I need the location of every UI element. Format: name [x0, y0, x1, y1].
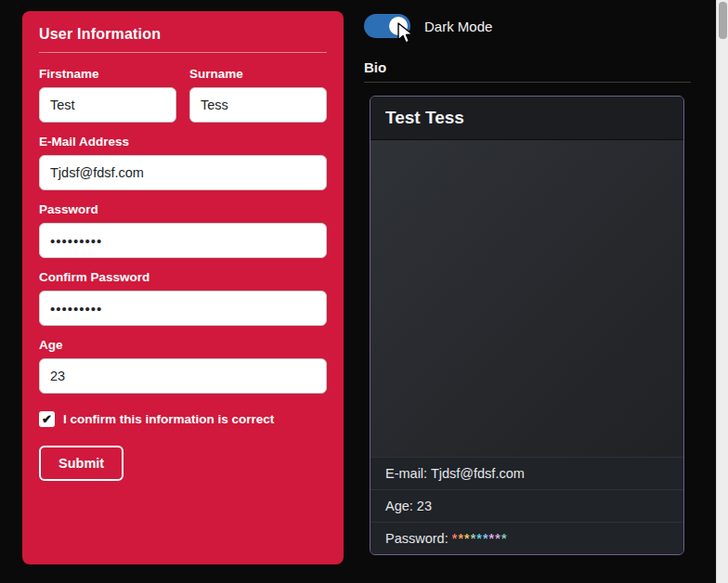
title-divider [39, 52, 327, 53]
email-label: E-Mail Address [39, 135, 327, 149]
email-input[interactable] [39, 155, 327, 190]
firstname-input[interactable] [39, 87, 176, 123]
bio-heading: Bio [364, 59, 386, 75]
confirm-checkbox-label: I confirm this information is correct [63, 412, 274, 426]
dark-mode-row: Dark Mode [364, 14, 492, 38]
bio-password-masked: ********* [452, 531, 508, 546]
password-input[interactable] [39, 223, 327, 258]
age-input[interactable] [39, 358, 327, 394]
confirm-password-label: Confirm Password [39, 270, 327, 284]
surname-input[interactable] [189, 87, 327, 123]
bio-password-prefix: Password: [385, 531, 452, 546]
password-label: Password [39, 202, 327, 216]
age-label: Age [39, 338, 327, 352]
bio-card: Test Tess E-mail: Tjdsf@fdsf.com Age: 23… [370, 96, 684, 555]
right-column: Dark Mode Bio Test Tess E-mail: Tjdsf@fd… [364, 0, 691, 583]
check-icon: ✔ [42, 412, 52, 426]
bio-divider [364, 82, 691, 83]
firstname-group: Firstname [39, 55, 176, 123]
bio-card-title: Test Tess [370, 97, 683, 140]
user-information-card: User Information Firstname Surname E-Mai… [22, 11, 344, 564]
bio-email-line: E-mail: Tjdsf@fdsf.com [370, 457, 683, 489]
dark-mode-label: Dark Mode [424, 19, 492, 34]
submit-button[interactable]: Submit [39, 446, 124, 481]
scrollbar-thumb[interactable] [719, 2, 727, 39]
confirm-row: ✔ I confirm this information is correct [39, 411, 327, 427]
bio-card-body [370, 140, 683, 457]
dark-mode-toggle[interactable] [364, 14, 410, 38]
bio-age-line: Age: 23 [370, 489, 683, 522]
confirm-password-input[interactable] [39, 291, 327, 326]
firstname-label: Firstname [39, 67, 176, 81]
surname-label: Surname [189, 67, 327, 81]
toggle-knob-icon [389, 17, 408, 35]
confirm-checkbox[interactable]: ✔ [39, 411, 55, 427]
surname-group: Surname [189, 55, 327, 123]
bio-password-line: Password: ********* [370, 522, 683, 554]
form-title: User Information [39, 26, 327, 43]
scrollbar-track[interactable] [716, 0, 728, 583]
